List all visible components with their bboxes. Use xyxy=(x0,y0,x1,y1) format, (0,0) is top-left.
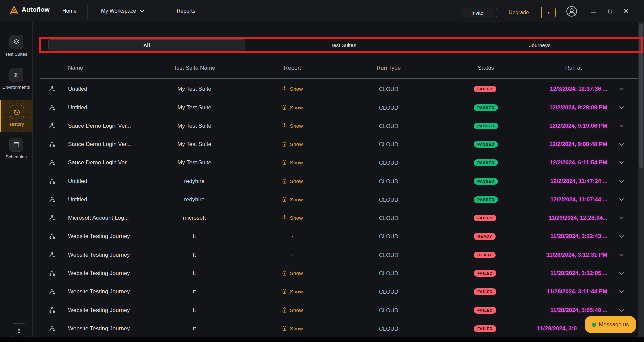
run-name: Untitled xyxy=(68,104,157,111)
status-cell: READY xyxy=(474,252,496,258)
run-type: CLOUD xyxy=(355,307,422,313)
report-cell: Show xyxy=(260,326,325,332)
expand-chevron-icon[interactable] xyxy=(618,104,625,111)
nav-home[interactable]: Home xyxy=(62,0,77,22)
sidebar-item-schedules[interactable]: Schedules xyxy=(0,138,33,159)
environments-icon: Σ xyxy=(9,68,23,82)
table-row: Sauce Demo Login Ver... My Test Suite Sh… xyxy=(0,117,644,135)
table-row: Website Testing Journey tt Show CLOUD xyxy=(0,301,644,319)
report-cell: - xyxy=(260,233,325,240)
expand-chevron-icon[interactable] xyxy=(618,141,625,147)
journey-node-icon xyxy=(49,141,55,147)
status-cell: FAILED xyxy=(474,307,496,314)
run-type: CLOUD xyxy=(355,196,422,203)
expand-chevron-icon[interactable] xyxy=(618,233,625,240)
upgrade-button[interactable]: Upgrade xyxy=(496,7,541,18)
sidebar-item-environments[interactable]: Σ Environments xyxy=(0,68,33,90)
window-restore-button[interactable] xyxy=(604,0,618,22)
status-badge: READY xyxy=(474,233,496,240)
status-badge: FAILED xyxy=(474,288,496,295)
expand-chevron-icon[interactable] xyxy=(618,307,625,313)
run-name: Untitled xyxy=(68,178,157,185)
status-cell: FAILED xyxy=(474,86,496,92)
user-avatar-icon[interactable] xyxy=(566,6,577,17)
status-badge: PASSED xyxy=(474,159,498,166)
table-row: Website Testing Journey tt - CLOUD xyxy=(0,227,644,246)
invite-button[interactable]: Invite xyxy=(461,8,494,18)
journey-node-icon xyxy=(49,270,55,276)
scrollbar-thumb[interactable] xyxy=(639,24,643,168)
status-cell: FAILED xyxy=(474,288,496,295)
expand-chevron-icon[interactable] xyxy=(618,288,625,295)
bug-report-button[interactable] xyxy=(11,323,27,338)
run-type: CLOUD xyxy=(355,123,422,129)
expand-chevron-icon[interactable] xyxy=(618,270,625,276)
status-cell: PASSED xyxy=(474,104,498,111)
run-at-timestamp: 12/2/2024, 9:19:06 PM xyxy=(523,123,607,129)
status-badge: FAILED xyxy=(474,307,496,314)
expand-chevron-icon[interactable] xyxy=(618,86,625,92)
journey-node-icon xyxy=(49,215,55,221)
status-cell: PASSED xyxy=(474,159,498,166)
report-clipboard-icon xyxy=(282,105,287,110)
run-type: CLOUD xyxy=(355,159,422,166)
run-at-timestamp: 11/29/2024, 12:28:04... xyxy=(523,215,607,221)
run-at-timestamp: 12/2/2024, 9:08:48 PM xyxy=(523,141,607,148)
message-us-button[interactable]: Message us xyxy=(585,316,636,333)
test-suite-name: tt xyxy=(144,325,245,332)
run-type: CLOUD xyxy=(355,288,422,295)
table-header: Name Test Suite Name Report Run Type Sta… xyxy=(0,62,644,74)
show-report-link[interactable]: Show xyxy=(282,289,303,295)
window-close-button[interactable] xyxy=(619,0,633,22)
sidebar-item-test-suites[interactable]: Test Suites xyxy=(0,35,33,57)
nav-workspace-dropdown[interactable]: My Workspace xyxy=(101,0,144,22)
test-suite-name: tt xyxy=(144,288,245,295)
window-minimize-button[interactable] xyxy=(587,0,600,22)
brand: Autoflow xyxy=(9,5,50,15)
expand-chevron-icon[interactable] xyxy=(618,178,625,184)
show-report-link[interactable]: Show xyxy=(282,123,303,129)
show-report-link[interactable]: Show xyxy=(282,141,303,147)
journey-node-icon xyxy=(49,86,55,92)
show-report-link[interactable]: Show xyxy=(282,105,303,111)
tab-all[interactable]: All xyxy=(48,39,245,51)
show-report-link[interactable]: Show xyxy=(282,197,303,203)
column-header-runat: Run at xyxy=(531,62,616,74)
run-at-timestamp: 11/28/2024, 3:05:40 ... xyxy=(523,307,607,314)
show-report-link[interactable]: Show xyxy=(282,270,303,276)
tab-journeys[interactable]: Journeys xyxy=(442,39,638,51)
report-cell: Show xyxy=(260,141,325,147)
expand-chevron-icon[interactable] xyxy=(618,123,625,129)
show-report-link[interactable]: Show xyxy=(282,178,303,184)
scrollbar[interactable] xyxy=(638,22,644,337)
run-at-timestamp: 11/28/2024, 3:12:31 PM xyxy=(523,252,607,258)
message-us-label: Message us xyxy=(599,321,629,328)
expand-chevron-icon[interactable] xyxy=(618,252,625,258)
show-report-link[interactable]: Show xyxy=(282,326,303,332)
status-badge: PASSED xyxy=(474,123,498,129)
status-badge: PASSED xyxy=(474,196,498,203)
expand-chevron-icon[interactable] xyxy=(618,196,625,203)
journey-node-icon xyxy=(49,123,55,129)
run-name: Website Testing Journey xyxy=(68,307,157,314)
table-row: Sauce Demo Login Ver... My Test Suite Sh… xyxy=(0,135,644,153)
nav-reports[interactable]: Reports xyxy=(177,0,195,22)
run-name: Website Testing Journey xyxy=(68,325,157,332)
view-tabs: All Test Suites Journeys xyxy=(48,39,638,51)
upgrade-caret-icon[interactable]: ▾ xyxy=(541,7,555,18)
chevron-down-icon xyxy=(140,9,144,13)
show-report-link[interactable]: Show xyxy=(282,215,303,221)
run-type: CLOUD xyxy=(355,233,422,240)
show-report-link[interactable]: Show xyxy=(282,86,303,92)
run-name: Microsoft Account Log... xyxy=(68,215,157,221)
expand-chevron-icon[interactable] xyxy=(618,159,625,166)
tab-test-suites[interactable]: Test Suites xyxy=(245,39,442,51)
expand-chevron-icon[interactable] xyxy=(618,215,625,221)
show-report-link[interactable]: Show xyxy=(282,160,303,166)
journey-node-icon xyxy=(49,178,55,184)
show-report-link[interactable]: Show xyxy=(282,307,303,313)
sidebar-item-history[interactable]: History xyxy=(0,100,33,132)
report-cell: Show xyxy=(260,105,325,111)
status-cell: FAILED xyxy=(474,215,496,221)
report-cell: Show xyxy=(260,123,325,129)
